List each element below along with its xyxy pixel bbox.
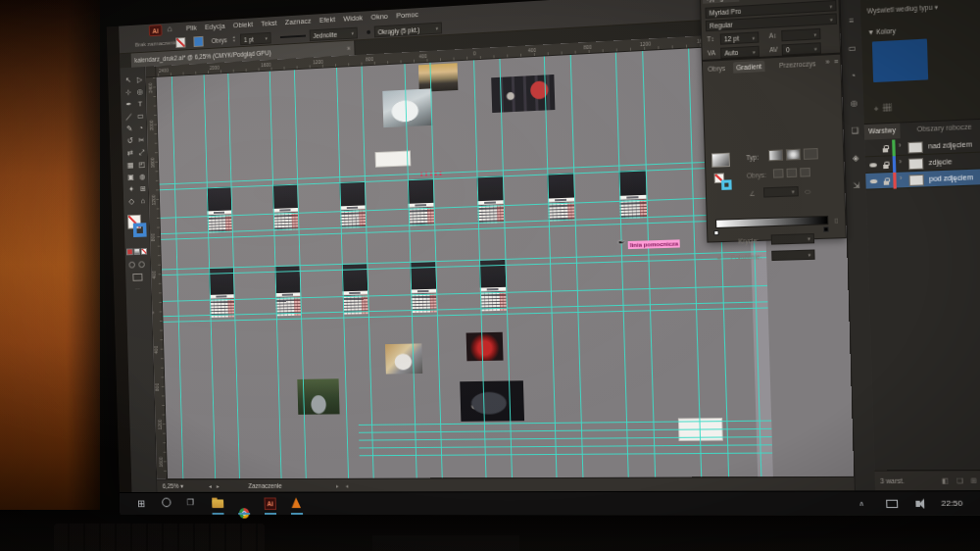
calendar-month-block[interactable]: [274, 266, 301, 316]
clock[interactable]: 22:50: [941, 499, 962, 508]
photo-red-car[interactable]: [466, 332, 504, 362]
tab-artboards[interactable]: Obszary robocze: [912, 120, 976, 138]
stroke-weight-dropdown[interactable]: 1 pt: [240, 32, 271, 45]
placeholder-rect-1[interactable]: [375, 151, 412, 168]
photo-white-car[interactable]: [382, 88, 432, 127]
dock-panel-icon[interactable]: ◎: [848, 97, 860, 110]
photo-car-top[interactable]: [418, 63, 458, 92]
task-view-icon[interactable]: ❐: [187, 498, 195, 508]
tool-icon[interactable]: ⇄: [124, 147, 135, 159]
stroke-swatch[interactable]: [133, 223, 147, 237]
gradient-stop-black[interactable]: [823, 226, 828, 231]
dock-panel-icon[interactable]: ❏: [849, 125, 861, 137]
tool-icon[interactable]: ▦: [125, 160, 136, 172]
kerning-dropdown[interactable]: Auto: [720, 46, 760, 59]
menu-widok[interactable]: Widok: [343, 14, 363, 24]
new-layer-icon[interactable]: ⊞: [970, 476, 977, 484]
close-tab-icon[interactable]: ×: [347, 45, 351, 52]
layer-row[interactable]: ›pod zdjęciem: [865, 169, 980, 190]
menu-efekt[interactable]: Efekt: [319, 15, 335, 25]
menu-pomoc[interactable]: Pomoc: [396, 10, 418, 20]
dock-panel-icon[interactable]: ≡: [845, 15, 858, 27]
layer-expand-arrow[interactable]: ›: [899, 140, 902, 150]
tool-icon[interactable]: ▣: [125, 172, 136, 183]
calendar-month-block[interactable]: [207, 186, 232, 232]
tool-icon[interactable]: ✒: [123, 99, 134, 111]
photo-black-car[interactable]: [460, 380, 524, 422]
layer-visibility-toggle[interactable]: [866, 173, 880, 189]
calendar-month-block[interactable]: [479, 260, 507, 311]
width-profile-dropdown[interactable]: Jednolite: [310, 27, 358, 42]
layer-lock-toggle[interactable]: [879, 140, 891, 157]
tool-icon[interactable]: ⤢: [136, 147, 147, 159]
leading-dropdown[interactable]: [781, 28, 820, 42]
dock-panel-icon[interactable]: ◔: [847, 70, 859, 82]
calendar-month-block[interactable]: [272, 184, 298, 230]
tool-icon[interactable]: ◔: [135, 123, 146, 134]
tray-display-icon[interactable]: [886, 500, 898, 508]
illustrator-taskbar-icon[interactable]: Ai: [265, 497, 276, 510]
zoom-level-dropdown[interactable]: 6,25% ▾: [163, 482, 184, 490]
calendar-month-block[interactable]: [618, 170, 647, 219]
calendar-month-block[interactable]: [209, 268, 234, 318]
vlc-icon[interactable]: [291, 497, 301, 508]
stroke-mini-swatch[interactable]: [721, 179, 732, 190]
tool-icon[interactable]: ✦: [125, 184, 136, 196]
tray-chevron-icon[interactable]: ∧: [858, 500, 864, 508]
layer-visibility-toggle[interactable]: [866, 157, 880, 174]
tool-icon[interactable]: ▭: [135, 111, 146, 123]
draw-normal-icon[interactable]: [128, 262, 134, 269]
menu-tekst[interactable]: Tekst: [261, 19, 276, 28]
fill-swatch-none[interactable]: [175, 37, 185, 48]
menu-obiekt[interactable]: Obiekt: [233, 20, 253, 29]
home-icon[interactable]: ⌂: [168, 24, 172, 33]
layer-expand-arrow[interactable]: ›: [899, 157, 902, 166]
menu-zaznacz[interactable]: Zaznacz: [285, 17, 312, 26]
dock-panel-icon[interactable]: ◈: [850, 152, 862, 165]
menu-okno[interactable]: Okno: [371, 12, 388, 22]
tool-icon[interactable]: ◰: [136, 159, 147, 171]
panel-menu-icon[interactable]: ≡: [834, 58, 839, 65]
clipping-mask-icon[interactable]: ◧: [942, 476, 949, 484]
gradient-linear-icon[interactable]: [768, 149, 783, 161]
draw-behind-icon[interactable]: [138, 261, 144, 268]
menu-edycja[interactable]: Edycja: [205, 22, 225, 31]
calendar-month-block[interactable]: [408, 178, 434, 225]
gradient-swatch[interactable]: [711, 153, 730, 168]
calendar-month-block[interactable]: [342, 264, 368, 315]
dock-panel-icon[interactable]: ⇲: [850, 179, 862, 192]
tab-transparency[interactable]: Przezroczys: [776, 58, 819, 72]
tool-icon[interactable]: ▷: [134, 75, 145, 86]
none-button[interactable]: [141, 248, 147, 255]
tracking-dropdown[interactable]: 0: [782, 42, 821, 55]
file-explorer-icon[interactable]: [212, 499, 223, 508]
tabs-overflow-icon[interactable]: »: [825, 58, 829, 65]
gradient-stop-white[interactable]: [713, 230, 718, 235]
library-color-swatch[interactable]: [872, 39, 928, 83]
font-size-dropdown[interactable]: 12 pt: [720, 31, 760, 44]
gradient-button[interactable]: [133, 248, 139, 255]
gradient-slider[interactable]: [715, 216, 828, 228]
gradient-radial-icon[interactable]: [786, 149, 801, 161]
tool-icon[interactable]: ◇: [126, 196, 137, 208]
artboard-nav[interactable]: ◂ ▸: [209, 482, 221, 489]
library-add-icon[interactable]: ＋ ▦: [872, 102, 892, 114]
calendar-month-block[interactable]: [339, 181, 366, 228]
tool-icon[interactable]: T: [135, 98, 146, 110]
photo-silver-car[interactable]: [385, 343, 422, 374]
tab-layers[interactable]: Warstwy: [864, 124, 901, 140]
new-sublayer-icon[interactable]: ❏: [956, 476, 963, 484]
start-button[interactable]: ⊞: [137, 498, 146, 509]
tab-stroke[interactable]: Obrys: [705, 63, 728, 75]
search-icon[interactable]: [162, 498, 171, 508]
layer-expand-arrow[interactable]: ›: [900, 174, 903, 182]
menu-plik[interactable]: Plik: [186, 24, 197, 32]
calendar-month-block[interactable]: [410, 262, 436, 313]
tab-character[interactable]: Typografia: [703, 0, 740, 4]
tool-icon[interactable]: ◍: [137, 172, 148, 183]
tool-icon[interactable]: ⊹: [123, 87, 134, 99]
tab-gradient[interactable]: Gradient: [733, 61, 765, 74]
color-button[interactable]: [126, 248, 132, 255]
toolbar-more-icon[interactable]: …: [135, 284, 141, 290]
libraries-colors-section[interactable]: ▼ Kolory: [867, 27, 896, 36]
